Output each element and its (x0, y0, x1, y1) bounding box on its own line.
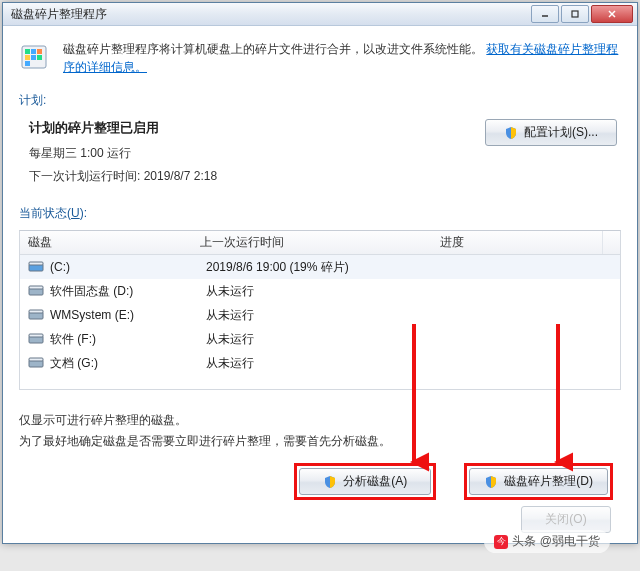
shield-icon (504, 126, 518, 140)
defrag-window: 磁盘碎片整理程序 (2, 2, 638, 544)
schedule-next: 下一次计划运行时间: 2019/8/7 2:18 (29, 168, 485, 185)
shield-icon (484, 475, 498, 489)
disk-row[interactable]: 软件固态盘 (D:)从未运行 (20, 279, 620, 303)
svg-rect-8 (25, 55, 30, 60)
disk-list-header: 磁盘 上一次运行时间 进度 (20, 231, 620, 255)
svg-rect-9 (31, 55, 36, 60)
highlight-defrag: 磁盘碎片整理(D) (464, 463, 613, 500)
window-content: 磁盘碎片整理程序将计算机硬盘上的碎片文件进行合并，以改进文件系统性能。 获取有关… (3, 26, 637, 543)
titlebar: 磁盘碎片整理程序 (3, 3, 637, 26)
maximize-button[interactable] (561, 5, 589, 23)
defrag-program-icon (19, 40, 53, 74)
minimize-button[interactable] (531, 5, 559, 23)
shield-icon (323, 475, 337, 489)
svg-rect-7 (37, 49, 42, 54)
drive-icon (28, 261, 44, 273)
window-controls (531, 5, 633, 23)
disk-name: (C:) (50, 260, 206, 274)
close-dialog-button[interactable]: 关闭(O) (521, 506, 611, 533)
svg-rect-1 (572, 11, 578, 17)
info-text: 磁盘碎片整理程序将计算机硬盘上的碎片文件进行合并，以改进文件系统性能。 获取有关… (63, 40, 621, 76)
disk-row[interactable]: WMSystem (E:)从未运行 (20, 303, 620, 327)
svg-rect-15 (29, 286, 43, 289)
svg-rect-5 (25, 49, 30, 54)
disk-row[interactable]: (C:)2019/8/6 19:00 (19% 碎片) (20, 255, 620, 279)
hint-line1: 仅显示可进行碎片整理的磁盘。 (19, 410, 621, 430)
info-banner: 磁盘碎片整理程序将计算机硬盘上的碎片文件进行合并，以改进文件系统性能。 获取有关… (19, 38, 621, 88)
svg-rect-21 (29, 358, 43, 361)
analyze-label: 分析磁盘(A) (343, 473, 407, 490)
analyze-disk-button[interactable]: 分析磁盘(A) (299, 468, 431, 495)
disk-name: WMSystem (E:) (50, 308, 206, 322)
watermark-text: 头条 @弱电干货 (512, 533, 600, 550)
disk-list: 磁盘 上一次运行时间 进度 (C:)2019/8/6 19:00 (19% 碎片… (19, 230, 621, 390)
defrag-disk-button[interactable]: 磁盘碎片整理(D) (469, 468, 608, 495)
disk-name: 软件 (F:) (50, 331, 206, 348)
watermark: 今 头条 @弱电干货 (484, 530, 610, 553)
disk-row[interactable]: 软件 (F:)从未运行 (20, 327, 620, 351)
schedule-time: 每星期三 1:00 运行 (29, 145, 485, 162)
disk-last-run: 2019/8/6 19:00 (19% 碎片) (206, 259, 446, 276)
header-spacer (602, 231, 620, 254)
disk-name: 文档 (G:) (50, 355, 206, 372)
schedule-section-label: 计划: (19, 92, 621, 109)
disk-last-run: 从未运行 (206, 283, 446, 300)
svg-rect-13 (29, 262, 43, 265)
info-description: 磁盘碎片整理程序将计算机硬盘上的碎片文件进行合并，以改进文件系统性能。 (63, 42, 483, 56)
header-last[interactable]: 上一次运行时间 (200, 234, 440, 251)
hint-text: 仅显示可进行碎片整理的磁盘。 为了最好地确定磁盘是否需要立即进行碎片整理，需要首… (19, 410, 621, 451)
configure-schedule-label: 配置计划(S)... (524, 124, 598, 141)
drive-icon (28, 357, 44, 369)
drive-icon (28, 285, 44, 297)
watermark-logo-icon: 今 (494, 535, 508, 549)
disk-row[interactable]: 文档 (G:)从未运行 (20, 351, 620, 375)
header-disk[interactable]: 磁盘 (20, 234, 200, 251)
schedule-panel: 计划的碎片整理已启用 每星期三 1:00 运行 下一次计划运行时间: 2019/… (19, 115, 621, 191)
status-section-label: 当前状态(U): (19, 205, 621, 222)
disk-name: 软件固态盘 (D:) (50, 283, 206, 300)
hint-line2: 为了最好地确定磁盘是否需要立即进行碎片整理，需要首先分析磁盘。 (19, 431, 621, 451)
svg-rect-11 (25, 61, 30, 66)
defrag-label: 磁盘碎片整理(D) (504, 473, 593, 490)
svg-rect-10 (37, 55, 42, 60)
disk-last-run: 从未运行 (206, 355, 446, 372)
schedule-title: 计划的碎片整理已启用 (29, 119, 485, 137)
drive-icon (28, 309, 44, 321)
configure-schedule-button[interactable]: 配置计划(S)... (485, 119, 617, 146)
footer: 关闭(O) (19, 500, 621, 533)
window-title: 磁盘碎片整理程序 (11, 6, 531, 23)
disk-last-run: 从未运行 (206, 307, 446, 324)
close-button[interactable] (591, 5, 633, 23)
svg-rect-17 (29, 310, 43, 313)
drive-icon (28, 333, 44, 345)
svg-rect-19 (29, 334, 43, 337)
svg-rect-6 (31, 49, 36, 54)
disk-last-run: 从未运行 (206, 331, 446, 348)
header-progress[interactable]: 进度 (440, 234, 602, 251)
highlight-analyze: 分析磁盘(A) (294, 463, 436, 500)
action-buttons: 分析磁盘(A) 磁盘碎片整理(D) (19, 463, 621, 500)
